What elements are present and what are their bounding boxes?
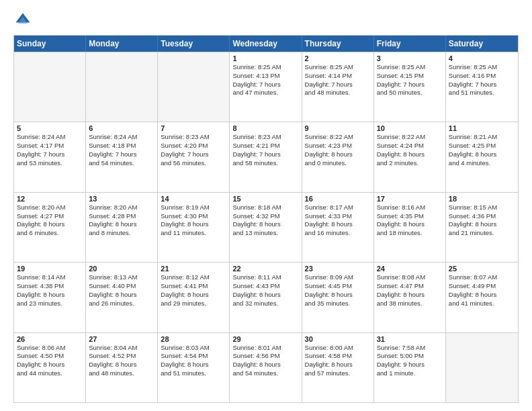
cell-content: Sunrise: 8:03 AM Sunset: 4:54 PM Dayligh… xyxy=(161,344,226,378)
calendar-cell xyxy=(446,333,518,402)
day-number: 24 xyxy=(377,265,443,273)
cell-content: Sunrise: 8:19 AM Sunset: 4:30 PM Dayligh… xyxy=(161,203,226,238)
day-number: 19 xyxy=(17,265,83,273)
cell-content: Sunrise: 8:25 AM Sunset: 4:15 PM Dayligh… xyxy=(377,63,443,97)
calendar-cell xyxy=(86,52,158,122)
calendar-cell: 14Sunrise: 8:19 AM Sunset: 4:30 PM Dayli… xyxy=(158,193,230,262)
cell-content: Sunrise: 8:22 AM Sunset: 4:23 PM Dayligh… xyxy=(305,133,371,167)
day-number: 28 xyxy=(161,335,226,343)
cell-content: Sunrise: 8:00 AM Sunset: 4:58 PM Dayligh… xyxy=(305,344,371,378)
day-number: 30 xyxy=(305,335,371,343)
day-number: 11 xyxy=(449,124,515,132)
day-number: 2 xyxy=(305,54,371,62)
calendar-body: 1Sunrise: 8:25 AM Sunset: 4:13 PM Daylig… xyxy=(14,52,518,402)
cell-content: Sunrise: 8:18 AM Sunset: 4:32 PM Dayligh… xyxy=(232,203,298,238)
cell-content: Sunrise: 8:24 AM Sunset: 4:17 PM Dayligh… xyxy=(17,133,83,167)
cell-content: Sunrise: 8:17 AM Sunset: 4:33 PM Dayligh… xyxy=(305,203,371,238)
cell-content: Sunrise: 8:25 AM Sunset: 4:13 PM Dayligh… xyxy=(232,63,298,97)
day-number: 27 xyxy=(89,335,154,343)
day-number: 15 xyxy=(232,195,298,203)
day-number: 4 xyxy=(449,54,515,62)
day-number: 9 xyxy=(305,124,371,132)
cell-content: Sunrise: 8:07 AM Sunset: 4:49 PM Dayligh… xyxy=(449,273,515,308)
day-number: 25 xyxy=(449,265,515,273)
calendar-cell: 29Sunrise: 8:01 AM Sunset: 4:56 PM Dayli… xyxy=(230,333,302,402)
cell-content: Sunrise: 8:13 AM Sunset: 4:40 PM Dayligh… xyxy=(89,273,154,308)
calendar-cell: 24Sunrise: 8:08 AM Sunset: 4:47 PM Dayli… xyxy=(374,263,446,332)
cell-content: Sunrise: 8:23 AM Sunset: 4:20 PM Dayligh… xyxy=(161,133,226,167)
calendar-cell: 27Sunrise: 8:04 AM Sunset: 4:52 PM Dayli… xyxy=(86,333,158,402)
calendar-week-5: 26Sunrise: 8:06 AM Sunset: 4:50 PM Dayli… xyxy=(14,332,518,402)
cell-content: Sunrise: 8:14 AM Sunset: 4:38 PM Dayligh… xyxy=(17,273,83,308)
cell-content: Sunrise: 8:24 AM Sunset: 4:18 PM Dayligh… xyxy=(89,133,154,167)
calendar-cell: 13Sunrise: 8:20 AM Sunset: 4:28 PM Dayli… xyxy=(86,193,158,262)
calendar-cell: 23Sunrise: 8:09 AM Sunset: 4:45 PM Dayli… xyxy=(302,263,374,332)
calendar-week-4: 19Sunrise: 8:14 AM Sunset: 4:38 PM Dayli… xyxy=(14,262,518,332)
calendar-cell: 15Sunrise: 8:18 AM Sunset: 4:32 PM Dayli… xyxy=(230,193,302,262)
day-number: 14 xyxy=(161,195,226,203)
calendar-cell: 20Sunrise: 8:13 AM Sunset: 4:40 PM Dayli… xyxy=(86,263,158,332)
calendar-cell: 8Sunrise: 8:23 AM Sunset: 4:21 PM Daylig… xyxy=(230,122,302,191)
cell-content: Sunrise: 8:08 AM Sunset: 4:47 PM Dayligh… xyxy=(377,273,443,308)
calendar: SundayMondayTuesdayWednesdayThursdayFrid… xyxy=(13,35,519,403)
header-day-monday: Monday xyxy=(86,36,158,52)
calendar-cell: 3Sunrise: 8:25 AM Sunset: 4:15 PM Daylig… xyxy=(374,52,446,122)
day-number: 13 xyxy=(89,195,154,203)
calendar-cell xyxy=(158,52,230,122)
calendar-week-1: 1Sunrise: 8:25 AM Sunset: 4:13 PM Daylig… xyxy=(14,52,518,122)
cell-content: Sunrise: 8:25 AM Sunset: 4:14 PM Dayligh… xyxy=(305,63,371,97)
cell-content: Sunrise: 8:20 AM Sunset: 4:28 PM Dayligh… xyxy=(89,203,154,238)
day-number: 18 xyxy=(449,195,515,203)
day-number: 29 xyxy=(232,335,298,343)
calendar-cell: 25Sunrise: 8:07 AM Sunset: 4:49 PM Dayli… xyxy=(446,263,518,332)
calendar-cell: 2Sunrise: 8:25 AM Sunset: 4:14 PM Daylig… xyxy=(302,52,374,122)
cell-content: Sunrise: 8:11 AM Sunset: 4:43 PM Dayligh… xyxy=(232,273,298,308)
calendar-cell: 11Sunrise: 8:21 AM Sunset: 4:25 PM Dayli… xyxy=(446,122,518,191)
day-number: 23 xyxy=(305,265,371,273)
calendar-cell: 10Sunrise: 8:22 AM Sunset: 4:24 PM Dayli… xyxy=(374,122,446,191)
calendar-cell: 1Sunrise: 8:25 AM Sunset: 4:13 PM Daylig… xyxy=(230,52,302,122)
day-number: 8 xyxy=(232,124,298,132)
cell-content: Sunrise: 8:04 AM Sunset: 4:52 PM Dayligh… xyxy=(89,344,154,378)
logo xyxy=(13,11,35,30)
calendar-week-3: 12Sunrise: 8:20 AM Sunset: 4:27 PM Dayli… xyxy=(14,192,518,262)
day-number: 26 xyxy=(17,335,83,343)
calendar-cell: 17Sunrise: 8:16 AM Sunset: 4:35 PM Dayli… xyxy=(374,193,446,262)
day-number: 22 xyxy=(232,265,298,273)
calendar-header: SundayMondayTuesdayWednesdayThursdayFrid… xyxy=(14,36,518,52)
header-day-saturday: Saturday xyxy=(446,36,518,52)
calendar-cell: 5Sunrise: 8:24 AM Sunset: 4:17 PM Daylig… xyxy=(14,122,86,191)
calendar-cell: 22Sunrise: 8:11 AM Sunset: 4:43 PM Dayli… xyxy=(230,263,302,332)
calendar-cell xyxy=(14,52,86,122)
cell-content: Sunrise: 8:22 AM Sunset: 4:24 PM Dayligh… xyxy=(377,133,443,167)
day-number: 31 xyxy=(377,335,443,343)
calendar-cell: 28Sunrise: 8:03 AM Sunset: 4:54 PM Dayli… xyxy=(158,333,230,402)
day-number: 17 xyxy=(377,195,443,203)
header xyxy=(13,11,519,30)
calendar-cell: 16Sunrise: 8:17 AM Sunset: 4:33 PM Dayli… xyxy=(302,193,374,262)
cell-content: Sunrise: 8:01 AM Sunset: 4:56 PM Dayligh… xyxy=(232,344,298,378)
calendar-cell: 7Sunrise: 8:23 AM Sunset: 4:20 PM Daylig… xyxy=(158,122,230,191)
cell-content: Sunrise: 8:16 AM Sunset: 4:35 PM Dayligh… xyxy=(377,203,443,238)
calendar-cell: 31Sunrise: 7:58 AM Sunset: 5:00 PM Dayli… xyxy=(374,333,446,402)
cell-content: Sunrise: 8:06 AM Sunset: 4:50 PM Dayligh… xyxy=(17,344,83,378)
cell-content: Sunrise: 7:58 AM Sunset: 5:00 PM Dayligh… xyxy=(377,344,443,378)
header-day-tuesday: Tuesday xyxy=(158,36,230,52)
day-number: 12 xyxy=(17,195,83,203)
day-number: 10 xyxy=(377,124,443,132)
day-number: 16 xyxy=(305,195,371,203)
page: SundayMondayTuesdayWednesdayThursdayFrid… xyxy=(0,0,532,411)
cell-content: Sunrise: 8:23 AM Sunset: 4:21 PM Dayligh… xyxy=(232,133,298,167)
day-number: 6 xyxy=(89,124,154,132)
day-number: 21 xyxy=(161,265,226,273)
cell-content: Sunrise: 8:21 AM Sunset: 4:25 PM Dayligh… xyxy=(449,133,515,167)
header-day-thursday: Thursday xyxy=(302,36,374,52)
header-day-wednesday: Wednesday xyxy=(230,36,302,52)
day-number: 5 xyxy=(17,124,83,132)
calendar-week-2: 5Sunrise: 8:24 AM Sunset: 4:17 PM Daylig… xyxy=(14,122,518,191)
header-day-sunday: Sunday xyxy=(14,36,86,52)
calendar-cell: 12Sunrise: 8:20 AM Sunset: 4:27 PM Dayli… xyxy=(14,193,86,262)
calendar-cell: 9Sunrise: 8:22 AM Sunset: 4:23 PM Daylig… xyxy=(302,122,374,191)
calendar-cell: 6Sunrise: 8:24 AM Sunset: 4:18 PM Daylig… xyxy=(86,122,158,191)
calendar-cell: 21Sunrise: 8:12 AM Sunset: 4:41 PM Dayli… xyxy=(158,263,230,332)
